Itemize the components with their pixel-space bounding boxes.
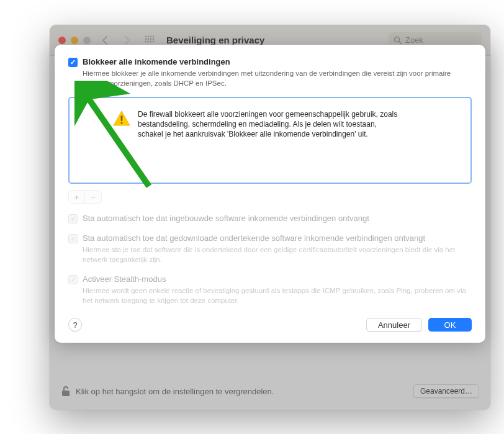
- signed-software-description: Hiermee sta je toe dat software die is o…: [83, 245, 472, 264]
- warning-icon: [113, 111, 130, 127]
- signed-software-label: Sta automatisch toe dat gedownloade onde…: [83, 233, 425, 243]
- add-remove-segmented: + −: [68, 190, 102, 204]
- firewall-info-text: De firewall blokkeert alle voorzieningen…: [138, 109, 398, 140]
- stealth-mode-description: Hiermee wordt geen enkele reactie of bev…: [83, 286, 472, 305]
- block-all-label: Blokkeer alle inkomende verbindingen: [83, 57, 230, 66]
- help-button[interactable]: ?: [68, 318, 82, 332]
- block-all-checkbox[interactable]: [68, 58, 78, 67]
- firewall-options-sheet: Blokkeer alle inkomende verbindingen Hie…: [55, 45, 485, 343]
- builtin-software-checkbox: [68, 214, 78, 224]
- firewall-info-box: De firewall blokkeert alle voorzieningen…: [68, 97, 472, 184]
- svg-rect-15: [121, 115, 123, 121]
- block-all-description: Hiermee blokkeer je alle inkomende verbi…: [83, 69, 472, 88]
- builtin-software-label: Sta automatisch toe dat ingebouwde softw…: [83, 214, 369, 223]
- remove-button: −: [85, 191, 101, 203]
- svg-point-16: [120, 122, 122, 124]
- stealth-mode-checkbox: [68, 275, 78, 284]
- ok-button[interactable]: OK: [428, 318, 472, 332]
- stealth-mode-label: Activeer Stealth-modus: [83, 274, 166, 284]
- cancel-button[interactable]: Annuleer: [366, 318, 422, 332]
- add-button: +: [69, 191, 85, 203]
- signed-software-checkbox: [68, 234, 78, 243]
